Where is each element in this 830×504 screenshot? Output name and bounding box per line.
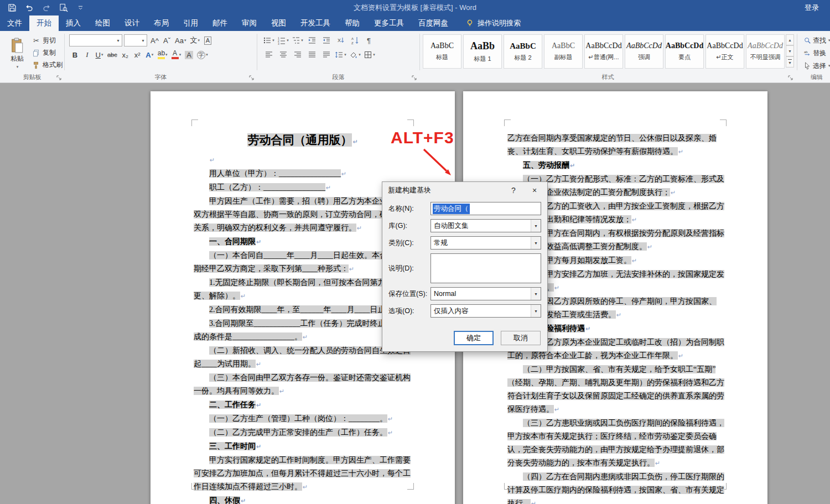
ok-button[interactable]: 确定 xyxy=(454,331,494,345)
styles-scroll-up[interactable]: ▴ xyxy=(786,34,794,45)
font-dialog-launcher[interactable] xyxy=(249,74,256,81)
tab-baidu-netdisk[interactable]: 百度网盘 xyxy=(411,15,455,31)
underline-button[interactable]: U▾ xyxy=(94,49,105,61)
close-icon[interactable]: × xyxy=(527,184,542,196)
select-button[interactable]: 选择▾ xyxy=(803,60,830,71)
sort-button[interactable]: AZ xyxy=(348,34,362,46)
shrink-font-icon: Aˇ xyxy=(163,37,170,45)
borders-button[interactable]: ▾ xyxy=(362,49,376,61)
tab-layout[interactable]: 布局 xyxy=(147,15,176,31)
paste-button[interactable]: 粘贴 ▾ xyxy=(4,34,30,72)
font-color-button[interactable]: A▾ xyxy=(170,49,183,61)
char-shading-button[interactable]: A xyxy=(183,49,195,61)
distribute-icon xyxy=(322,50,331,59)
styles-dialog-launcher[interactable] xyxy=(788,74,795,81)
tab-developer[interactable]: 开发工具 xyxy=(293,15,338,31)
tab-view[interactable]: 视图 xyxy=(264,15,293,31)
font-name-select[interactable]: ▾ xyxy=(69,34,122,46)
subscript-button[interactable]: x₂ xyxy=(120,49,131,61)
annotation-arrow-icon xyxy=(419,148,456,181)
clipboard-dialog-launcher[interactable] xyxy=(56,74,63,81)
style-emphasis[interactable]: AaBbCcDd强调 xyxy=(625,34,663,69)
superscript-button[interactable]: x² xyxy=(132,49,143,61)
line-spacing-button[interactable]: ▾ xyxy=(334,49,347,61)
tab-file[interactable]: 文件 xyxy=(0,15,29,31)
style-heading-2[interactable]: AaBbC标题 2 xyxy=(504,34,542,69)
multilevel-list-button[interactable]: ▾ xyxy=(290,34,304,46)
text-highlight-icon: ab xyxy=(158,50,165,59)
bullet-list-button[interactable]: ▾ xyxy=(262,34,276,46)
style-title[interactable]: AaBbC标题 xyxy=(423,34,461,69)
paragraph-mark-icon: ↵ xyxy=(256,402,261,409)
tab-help[interactable]: 帮助 xyxy=(338,15,367,31)
number-list-button[interactable]: 123▾ xyxy=(276,34,290,46)
save-icon[interactable] xyxy=(7,3,17,13)
bold-button[interactable]: B xyxy=(69,49,81,61)
tab-more-tools[interactable]: 更多工具 xyxy=(367,15,411,31)
description-textarea[interactable] xyxy=(430,253,541,283)
shrink-font-button[interactable]: Aˇ xyxy=(161,34,173,46)
login-button[interactable]: 登录 xyxy=(805,3,819,13)
replace-button[interactable]: ab替换 xyxy=(803,48,830,59)
name-input[interactable]: 劳动合同（ xyxy=(430,202,541,215)
change-case-button[interactable]: Aa▾ xyxy=(173,34,188,46)
copy-button[interactable]: 复制 xyxy=(32,48,63,58)
tab-mailings[interactable]: 邮件 xyxy=(205,15,235,31)
distribute-button[interactable] xyxy=(319,49,333,61)
format-painter-button[interactable]: 格式刷 xyxy=(32,60,63,70)
customize-qat-icon[interactable] xyxy=(75,3,86,13)
tab-draw[interactable]: 绘图 xyxy=(88,15,117,31)
para-row1: ▾123▾▾XAZ¶ xyxy=(262,34,376,46)
styles-gallery-more[interactable]: ▾ xyxy=(786,56,794,67)
enclose-character-button[interactable]: 字▾ xyxy=(195,49,210,61)
justify-button[interactable] xyxy=(305,49,319,61)
category-select[interactable]: 常规▾ xyxy=(430,236,541,250)
phonetic-guide-button[interactable]: 文▾ xyxy=(188,34,201,46)
tab-references[interactable]: 引用 xyxy=(176,15,205,31)
print-preview-icon[interactable] xyxy=(58,3,69,13)
style-intense[interactable]: AaBbCcDd要点 xyxy=(665,34,704,69)
align-right-button[interactable] xyxy=(290,49,304,61)
tab-design[interactable]: 设计 xyxy=(117,15,147,31)
style-normal-grid[interactable]: AaBbCcDd↵普通(网... xyxy=(584,34,623,69)
cut-button[interactable]: ✂剪切 xyxy=(32,35,63,46)
dialog-titlebar[interactable]: 新建构建基块 ? × xyxy=(382,182,547,199)
increase-indent-button[interactable] xyxy=(319,34,333,46)
style-body-text[interactable]: AaBbCcDd↵正文 xyxy=(706,34,744,69)
style-subtle-emphasis[interactable]: AaBbCcDd不明显强调 xyxy=(746,34,785,69)
decrease-indent-button[interactable] xyxy=(305,34,319,46)
tab-home[interactable]: 开始 xyxy=(29,15,59,31)
show-marks-button[interactable]: ¶ xyxy=(362,34,376,46)
text-highlight-button[interactable]: ab▾ xyxy=(156,49,169,61)
redo-icon[interactable] xyxy=(41,3,51,13)
styles-scroll-down[interactable]: ▾ xyxy=(786,45,794,56)
style-heading-1[interactable]: AaBb标题 1 xyxy=(463,34,502,69)
cancel-button[interactable]: 取消 xyxy=(501,331,541,345)
doc-text-run: 三、工作时间 xyxy=(209,442,256,450)
find-button[interactable]: 查找▾ xyxy=(803,35,830,46)
align-left-button[interactable] xyxy=(262,49,276,61)
help-icon[interactable]: ? xyxy=(506,184,521,196)
style-subtitle[interactable]: AaBbC副标题 xyxy=(544,34,583,69)
tell-me-search[interactable]: 操作说明搜索 xyxy=(465,15,521,31)
save-in-select[interactable]: Normal▾ xyxy=(430,287,541,300)
number-list-icon: 123 xyxy=(277,36,286,45)
character-border-button[interactable]: A xyxy=(202,34,214,46)
paragraph-dialog-launcher[interactable] xyxy=(412,74,418,81)
tab-review[interactable]: 审阅 xyxy=(235,15,264,31)
font-size-select[interactable]: ▾ xyxy=(124,34,147,46)
scissors-icon: ✂ xyxy=(32,37,40,45)
strikethrough-button[interactable]: abc xyxy=(106,49,119,61)
grow-font-button[interactable]: A^ xyxy=(149,34,160,46)
options-select[interactable]: 仅插入内容▾ xyxy=(430,304,541,318)
shading-button[interactable]: ▾ xyxy=(348,49,362,61)
text-effects-button[interactable]: A▾ xyxy=(144,49,155,61)
tab-insert[interactable]: 插入 xyxy=(59,15,88,31)
italic-button[interactable]: I xyxy=(81,49,93,61)
align-center-button[interactable] xyxy=(276,49,290,61)
format-painter-label: 格式刷 xyxy=(43,60,63,70)
asian-layout-button[interactable]: X xyxy=(334,34,347,46)
undo-icon[interactable] xyxy=(24,3,34,13)
gallery-select[interactable]: 自动图文集▾ xyxy=(430,219,541,232)
paragraph-mark-icon: ↵ xyxy=(647,243,652,251)
